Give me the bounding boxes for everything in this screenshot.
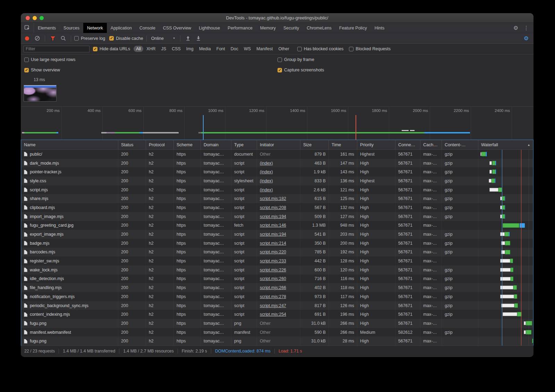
cell-initiator-value[interactable]: script.mjs:194 <box>260 232 286 237</box>
export-har-button[interactable] <box>194 34 203 43</box>
cell-initiator-value[interactable]: script.mjs:214 <box>260 241 286 246</box>
filter-pill-other[interactable]: Other <box>276 46 291 52</box>
record-network-log-button[interactable] <box>25 36 29 41</box>
filter-pill-js[interactable]: JS <box>159 46 169 52</box>
more-options-button[interactable]: ⋮ <box>522 24 531 33</box>
hide-data-urls-checkbox[interactable]: Hide data URLs <box>93 46 130 51</box>
zoom-window-button[interactable] <box>40 16 44 20</box>
cell-initiator-value[interactable]: (index) <box>260 188 273 192</box>
column-header-time[interactable]: Time <box>329 140 357 149</box>
column-header-priority[interactable]: Priority <box>357 140 395 149</box>
tab-css-overview[interactable]: CSS Overview <box>159 23 195 33</box>
cell-initiator-value[interactable]: script.mjs:233 <box>260 259 286 263</box>
table-row[interactable]: file_handling.mjs200h2httpstomayac…scrip… <box>21 283 533 292</box>
table-row[interactable]: idle_detection.mjs200h2httpstomayac…scri… <box>21 275 533 284</box>
preserve-log-checkbox[interactable]: Preserve log <box>74 36 105 41</box>
filter-toggle-button[interactable] <box>48 34 57 43</box>
tab-chromelens[interactable]: ChromeLens <box>303 23 335 33</box>
cell-initiator-value[interactable]: (index) <box>260 178 273 183</box>
filter-pill-all[interactable]: All <box>134 46 143 52</box>
column-header-type[interactable]: Type <box>231 140 257 149</box>
group-by-frame-checkbox[interactable]: Group by frame <box>278 57 314 62</box>
capture-screenshots-checkbox[interactable]: Capture screenshots <box>278 68 324 72</box>
cell-initiator-value[interactable]: (index) <box>260 169 273 174</box>
column-header-status[interactable]: Status <box>118 140 146 149</box>
cell-initiator-value[interactable]: script.mjs:146 <box>260 223 286 228</box>
has-blocked-cookies-checkbox[interactable]: Has blocked cookies <box>297 46 344 51</box>
column-header-size[interactable]: Size <box>300 140 329 149</box>
table-row[interactable]: fugu.png200h2httpstomayac…pngOther31.0 k… <box>21 319 533 328</box>
show-overview-checkbox[interactable]: Show overview <box>24 68 276 72</box>
cell-initiator-value[interactable]: script.mjs:182 <box>260 196 286 201</box>
table-row[interactable]: fugu_greeting_card.jpg200h2httpstomayac…… <box>21 221 533 230</box>
table-row[interactable]: style.css200h2httpstomayac…stylesheet(in… <box>21 176 533 185</box>
filter-pill-doc[interactable]: Doc <box>228 46 241 52</box>
import-har-button[interactable] <box>183 34 193 43</box>
table-row[interactable]: barcodes.mjs200h2httpstomayac…scriptscri… <box>21 248 533 257</box>
network-settings-button[interactable]: ⚙ <box>522 34 531 43</box>
table-row[interactable]: script.mjs200h2httpstomayac…script(index… <box>21 185 533 194</box>
cell-initiator-value[interactable]: script.mjs:226 <box>260 268 286 272</box>
cell-initiator-value[interactable]: script.mjs:194 <box>260 214 286 219</box>
search-button[interactable] <box>59 34 68 43</box>
tab-lighthouse[interactable]: Lighthouse <box>195 23 224 33</box>
filter-input[interactable] <box>24 46 89 52</box>
cell-initiator-value[interactable]: script.mjs:254 <box>260 312 286 317</box>
column-header-scheme[interactable]: Scheme <box>174 140 201 149</box>
tab-hints[interactable]: Hints <box>371 23 388 33</box>
filter-pill-manifest[interactable]: Manifest <box>254 46 275 52</box>
devtools-settings-button[interactable]: ⚙ <box>511 24 520 33</box>
tab-sources[interactable]: Sources <box>60 23 83 33</box>
column-header-protocol[interactable]: Protocol <box>146 140 174 149</box>
cell-initiator-value[interactable]: script.mjs:247 <box>260 303 286 308</box>
dom-content-loaded-time[interactable]: DOMContentLoaded: 874 ms <box>215 349 271 354</box>
table-row[interactable]: notification_triggers.mjs200h2httpstomay… <box>21 292 533 301</box>
use-large-request-rows-checkbox[interactable]: Use large request rows <box>24 57 276 62</box>
table-row[interactable]: dark_mode.mjs200h2httpstomayac…script(in… <box>21 159 533 168</box>
tab-memory[interactable]: Memory <box>256 23 280 33</box>
throttling-select[interactable]: Online ▼ <box>150 36 177 41</box>
filter-pill-media[interactable]: Media <box>197 46 213 52</box>
column-header-content[interactable]: Content-… <box>442 140 478 149</box>
overview-timeline[interactable]: 200 ms400 ms600 ms800 ms1000 ms1200 ms14… <box>21 107 533 140</box>
close-window-button[interactable] <box>26 16 30 20</box>
table-row[interactable]: import_image.mjs200h2httpstomayac…script… <box>21 212 533 221</box>
tab-performance[interactable]: Performance <box>224 23 256 33</box>
table-row[interactable]: manifest.webmanifest200h2httpstomayac…ma… <box>21 328 533 337</box>
cell-initiator-value[interactable]: script.mjs:220 <box>260 250 286 254</box>
tab-feature-policy[interactable]: Feature Policy <box>335 23 371 33</box>
column-header-waterfall[interactable]: Waterfall▲ <box>478 140 533 149</box>
cell-initiator-value[interactable]: script.mjs:260 <box>260 276 286 281</box>
load-time[interactable]: Load: 1.71 s <box>279 349 302 354</box>
disable-cache-checkbox[interactable]: Disable cache <box>109 36 143 41</box>
table-row[interactable]: share.mjs200h2httpstomayac…scriptscript.… <box>21 194 533 203</box>
table-row[interactable]: pointer-tracker.js200h2httpstomayac…scri… <box>21 167 533 176</box>
clear-network-log-button[interactable] <box>33 34 42 43</box>
column-header-name[interactable]: Name <box>21 140 118 149</box>
table-row[interactable]: periodic_background_sync.mjs200h2httpsto… <box>21 301 533 310</box>
column-header-conne[interactable]: Conne… <box>395 140 420 149</box>
cell-initiator-value[interactable]: script.mjs:278 <box>260 294 286 299</box>
table-row[interactable]: public/200h2httpstomayac…documentOther87… <box>21 150 533 159</box>
tab-network[interactable]: Network <box>83 23 107 33</box>
filter-pill-css[interactable]: CSS <box>169 46 183 52</box>
blocked-requests-checkbox[interactable]: Blocked Requests <box>349 46 391 51</box>
minimize-window-button[interactable] <box>33 16 37 20</box>
table-row[interactable]: clipboard.mjs200h2httpstomayac…scriptscr… <box>21 203 533 212</box>
filter-pill-font[interactable]: Font <box>214 46 228 52</box>
screenshot-thumbnail[interactable] <box>24 85 57 102</box>
table-row[interactable]: register_sw.mjs200h2httpstomayac…scripts… <box>21 256 533 265</box>
tab-console[interactable]: Console <box>136 23 159 33</box>
table-row[interactable]: export_image.mjs200h2httpstomayac…script… <box>21 230 533 239</box>
tab-elements[interactable]: Elements <box>34 23 60 33</box>
tab-application[interactable]: Application <box>107 23 136 33</box>
table-row[interactable]: fugu.png200h2httpstomayac…pngOther31.0 k… <box>21 337 533 346</box>
filter-pill-xhr[interactable]: XHR <box>144 46 158 52</box>
filter-pill-ws[interactable]: WS <box>241 46 253 52</box>
column-header-cach[interactable]: Cach… <box>420 140 442 149</box>
cell-initiator-value[interactable]: (index) <box>260 161 273 166</box>
filter-pill-img[interactable]: Img <box>184 46 196 52</box>
column-header-initiator[interactable]: Initiator <box>257 140 300 149</box>
column-header-domain[interactable]: Domain <box>201 140 231 149</box>
table-row[interactable]: badge.mjs200h2httpstomayac…scriptscript.… <box>21 239 533 248</box>
